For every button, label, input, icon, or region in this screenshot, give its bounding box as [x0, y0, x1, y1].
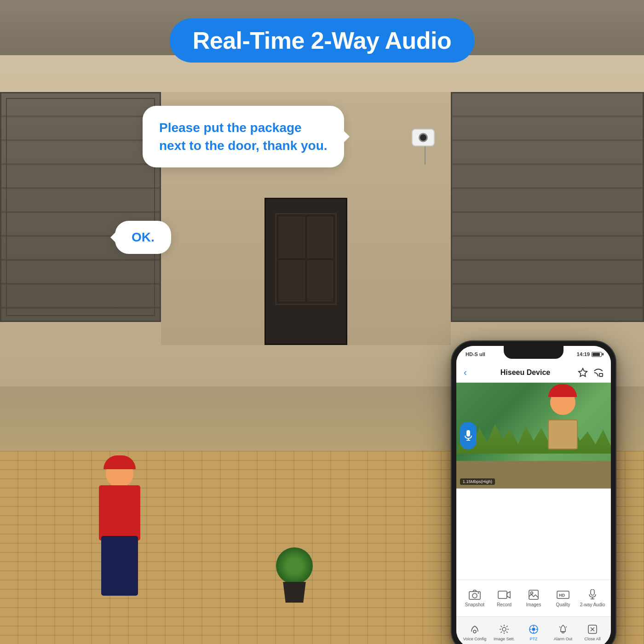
snapshot-label: Snapshot: [465, 602, 484, 607]
toolbar-images[interactable]: Images: [519, 589, 548, 607]
plant-leaves: [276, 547, 313, 584]
plant-pot: [282, 582, 307, 603]
person-shirt: [99, 485, 140, 540]
audio-icon: [586, 589, 599, 600]
app-header-title: Hiseeu Device: [500, 368, 551, 377]
speech-text-owner: Please put the package next to the door,…: [159, 119, 328, 155]
status-right: 14:19: [577, 351, 602, 357]
camera-feed: 1.15Mbps(High): [456, 383, 611, 489]
person-cap: [104, 455, 136, 469]
svg-point-10: [531, 592, 533, 594]
security-camera: [412, 129, 437, 154]
garage-door-left: [0, 92, 161, 322]
star-icon[interactable]: [578, 368, 588, 378]
image-settings-label: Image Sett.: [494, 637, 515, 641]
close-all-label: Close All: [584, 637, 600, 641]
alarm-label: Alarm Out: [554, 637, 573, 641]
plant-decoration: [276, 547, 313, 603]
speech-bubble-delivery: OK.: [115, 221, 171, 254]
quality-label: Quality: [556, 602, 570, 607]
camera-wire: [425, 146, 426, 165]
voice-config-icon: [468, 624, 481, 635]
image-settings-icon: [498, 624, 511, 635]
svg-marker-0: [579, 368, 587, 376]
feed-cap: [548, 384, 577, 397]
camera-body: [412, 129, 435, 146]
feed-head: [550, 390, 575, 415]
toolbar-snapshot[interactable]: Snapshot: [460, 589, 489, 607]
app-header: ‹ Hiseeu Device: [456, 362, 611, 383]
svg-rect-1: [599, 373, 603, 376]
status-left: HD-S ull: [466, 351, 485, 357]
images-label: Images: [526, 602, 541, 607]
control-close-all[interactable]: Close All: [578, 624, 607, 641]
page-title: Real-Time 2-Way Audio: [193, 27, 452, 54]
feed-box: [548, 420, 578, 449]
camera-lens: [419, 133, 428, 142]
svg-text:HD: HD: [559, 593, 565, 598]
svg-rect-24: [562, 632, 564, 633]
front-door: [264, 198, 347, 345]
phone-mockup: HD-S ull 14:19 ‹ Hiseeu Device: [451, 340, 616, 644]
audio-label: 2-way Audio: [580, 602, 605, 607]
speech-text-delivery: OK.: [132, 230, 155, 245]
close-all-icon: [586, 624, 599, 635]
back-button[interactable]: ‹: [464, 367, 473, 378]
bottom-toolbar: Snapshot Record: [456, 580, 611, 616]
toolbar-2way-audio[interactable]: 2-way Audio: [578, 589, 607, 607]
alarm-icon: [557, 624, 569, 635]
title-badge: Real-Time 2-Way Audio: [170, 18, 475, 63]
svg-point-6: [472, 593, 477, 598]
svg-line-26: [566, 627, 567, 627]
svg-line-25: [559, 627, 560, 627]
voice-config-label: Voice Config: [463, 637, 487, 641]
svg-rect-13: [591, 589, 594, 595]
mic-button[interactable]: [460, 422, 477, 449]
bitrate-badge: 1.15Mbps(High): [460, 478, 495, 485]
control-ptz[interactable]: PTZ: [519, 624, 548, 641]
cast-icon[interactable]: [593, 368, 604, 378]
garage-door-right: [451, 92, 644, 322]
person-pants: [101, 536, 138, 596]
battery-icon: [592, 352, 602, 357]
control-image-settings[interactable]: Image Sett.: [489, 624, 519, 641]
controls-row: Voice Config Image Sett.: [456, 616, 611, 644]
snapshot-icon: [468, 589, 481, 600]
battery-fill: [592, 353, 600, 356]
control-voice-config[interactable]: Voice Config: [460, 624, 489, 641]
person-body: [97, 460, 143, 598]
person-head: [106, 460, 133, 488]
phone-notch: [504, 346, 564, 359]
svg-rect-2: [466, 430, 470, 437]
svg-rect-8: [498, 591, 507, 598]
ptz-icon: [527, 624, 540, 635]
feed-person-figure: [533, 387, 592, 489]
svg-point-16: [473, 630, 476, 633]
status-time: 14:19: [577, 351, 590, 357]
control-alarm-out[interactable]: Alarm Out: [548, 624, 578, 641]
toolbar-quality[interactable]: HD Quality: [548, 589, 578, 607]
delivery-person: [74, 368, 166, 598]
quality-icon: HD: [557, 589, 569, 600]
record-icon: [498, 589, 511, 600]
speech-bubble-owner: Please put the package next to the door,…: [143, 106, 344, 167]
record-label: Record: [497, 602, 512, 607]
images-icon: [527, 589, 540, 600]
svg-point-19: [532, 627, 535, 631]
svg-point-17: [502, 627, 506, 631]
phone-screen: HD-S ull 14:19 ‹ Hiseeu Device: [456, 346, 611, 644]
header-icons: [578, 368, 604, 378]
ptz-label: PTZ: [530, 637, 538, 641]
door-window: [275, 213, 337, 305]
toolbar-record[interactable]: Record: [489, 589, 519, 607]
svg-point-7: [478, 592, 479, 594]
feed-camera-person: [533, 387, 592, 489]
